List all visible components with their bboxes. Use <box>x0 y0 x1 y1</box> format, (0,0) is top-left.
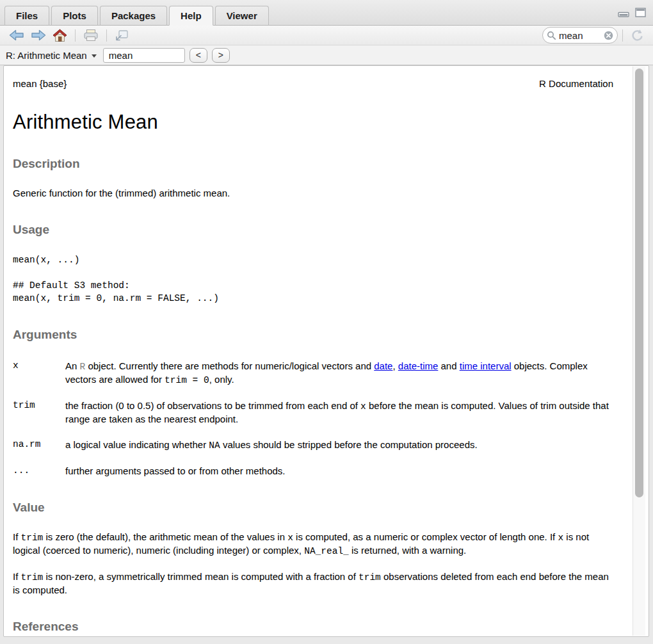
argument-name: x <box>13 360 65 387</box>
help-content-panel: mean {base} R Documentation Arithmetic M… <box>3 65 649 637</box>
tab-help[interactable]: Help <box>169 6 213 26</box>
argument-name: na.rm <box>13 439 65 452</box>
argument-description: further arguments passed to or from othe… <box>65 465 613 478</box>
argument-description: An R object. Currently there are methods… <box>65 360 613 387</box>
text-segment: If <box>13 531 21 542</box>
text-segment: further arguments passed to or from othe… <box>65 465 286 476</box>
toolbar-separator <box>622 29 623 42</box>
text-segment: is non-zero, a symmetrically trimmed mea… <box>43 571 359 582</box>
text-segment: , only. <box>209 374 234 385</box>
help-link[interactable]: time interval <box>460 360 512 371</box>
text-segment: trim <box>21 533 44 543</box>
section-heading-value: Value <box>13 501 613 515</box>
usage-code-block: mean(x, ...) ## Default S3 method: mean(… <box>13 254 613 305</box>
text-segment: x <box>287 533 293 543</box>
value-paragraph: If trim is non-zero, a symmetrically tri… <box>13 570 613 597</box>
text-segment: and <box>438 360 459 371</box>
text-segment: R <box>80 362 86 372</box>
tab-viewer[interactable]: Viewer <box>215 6 269 26</box>
clear-search-icon[interactable] <box>604 31 613 40</box>
help-document: mean {base} R Documentation Arithmetic M… <box>4 66 649 636</box>
minimize-pane-icon[interactable] <box>618 9 629 17</box>
section-heading-usage: Usage <box>13 223 613 237</box>
text-segment: the fraction (0 to 0.5) of observations … <box>65 400 360 411</box>
text-segment: x <box>360 401 366 412</box>
toolbar-separator <box>106 29 107 42</box>
text-segment: is computed, as a numeric or complex vec… <box>293 531 558 542</box>
tab-packages[interactable]: Packages <box>100 6 167 26</box>
argument-name: trim <box>13 399 65 426</box>
text-segment: trim <box>21 572 44 583</box>
text-segment: An <box>65 360 80 371</box>
maximize-pane-icon[interactable] <box>635 8 646 17</box>
vertical-scrollbar[interactable] <box>633 67 645 636</box>
window-controls <box>618 8 646 17</box>
page-title: Arithmetic Mean <box>13 111 613 134</box>
show-in-new-window-icon[interactable] <box>111 27 132 44</box>
help-pane-window: Files Plots Packages Help Viewer <box>0 0 653 644</box>
section-heading-arguments: Arguments <box>13 328 613 342</box>
section-heading-references: References <box>13 620 613 634</box>
text-segment: trim <box>359 572 381 583</box>
section-heading-description: Description <box>13 157 613 171</box>
forward-arrow-icon[interactable] <box>28 27 49 44</box>
argument-description: a logical value indicating whether NA va… <box>65 439 613 452</box>
tab-plots[interactable]: Plots <box>51 6 98 26</box>
description-text: Generic function for the (trimmed) arith… <box>13 187 613 200</box>
scrollbar-thumb[interactable] <box>635 68 643 497</box>
topic-back-button[interactable]: < <box>189 48 207 63</box>
topic-search-input[interactable] <box>103 48 185 63</box>
text-segment: values should be stripped before the com… <box>220 439 478 450</box>
text-segment: is zero (the default), the arithmetic me… <box>43 531 287 542</box>
topic-forward-button[interactable]: > <box>212 48 230 63</box>
search-icon <box>547 31 556 40</box>
help-topic-bar: R: Arithmetic Mean < > <box>0 45 653 65</box>
doc-type-label: R Documentation <box>539 78 613 89</box>
help-search-input[interactable] <box>556 30 604 41</box>
refresh-icon[interactable] <box>627 27 647 44</box>
text-segment: object. Currently there are methods for … <box>85 360 374 371</box>
chevron-down-icon <box>92 54 97 58</box>
help-link[interactable]: date <box>374 360 392 371</box>
argument-description: the fraction (0 to 0.5) of observations … <box>65 399 613 426</box>
arguments-table: x An R object. Currently there are metho… <box>13 360 613 478</box>
value-paragraph: If trim is zero (the default), the arith… <box>13 531 613 558</box>
home-icon[interactable] <box>49 27 70 44</box>
text-segment: a logical value indicating whether <box>65 439 209 450</box>
text-segment: x <box>558 533 563 543</box>
text-segment: NA <box>209 440 220 451</box>
toolbar-separator <box>75 29 76 42</box>
text-segment: NA_real_ <box>304 546 349 556</box>
back-arrow-icon[interactable] <box>6 27 28 44</box>
argument-name: ... <box>13 465 65 478</box>
help-search-box[interactable] <box>542 27 618 44</box>
text-segment: , <box>392 360 398 371</box>
help-toolbar <box>0 26 653 45</box>
text-segment: If <box>13 571 21 582</box>
topic-title-dropdown[interactable]: R: Arithmetic Mean <box>6 50 87 61</box>
text-segment: trim = 0 <box>165 375 209 385</box>
print-icon[interactable] <box>80 27 102 44</box>
pane-tab-bar: Files Plots Packages Help Viewer <box>0 0 653 26</box>
doc-package-label: mean {base} <box>13 78 67 89</box>
tab-files[interactable]: Files <box>4 6 49 26</box>
doc-header: mean {base} R Documentation <box>13 78 613 89</box>
text-segment: is returned, with a warning. <box>349 545 466 556</box>
help-link[interactable]: date-time <box>398 360 439 371</box>
